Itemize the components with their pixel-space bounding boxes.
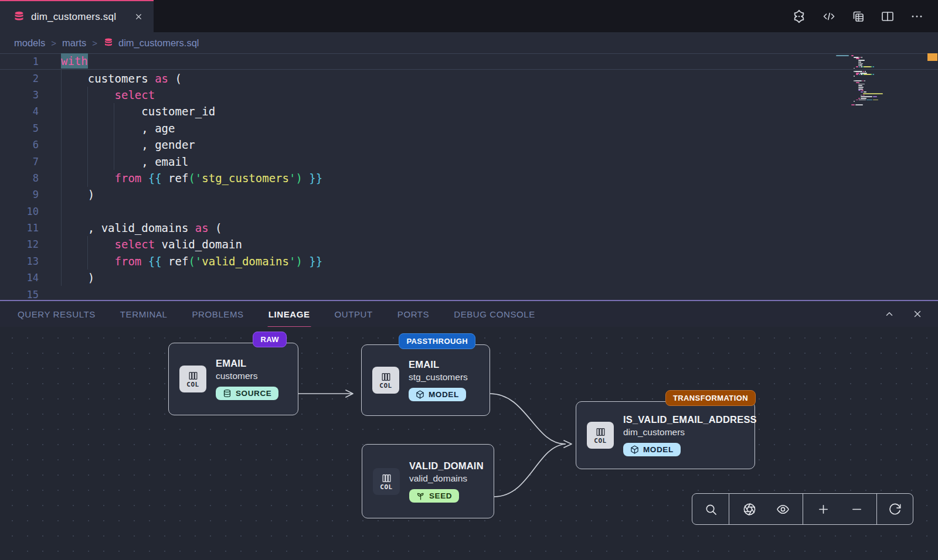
code-editor[interactable]: 1with2 customers as (3 select4 customer_… [0,53,938,300]
code-line-5: 5 , age [0,120,938,136]
minimap-line [836,55,849,56]
minimap-line [858,87,864,88]
minimap-line [859,100,866,101]
line-number: 12 [0,238,39,250]
minimap-line [861,91,863,93]
code-line-7: 7 , email [0,153,938,169]
minimap[interactable] [835,53,916,300]
minimap-line [871,66,872,67]
line-number: 5 [0,122,39,134]
code-line-4: 4 customer_id [0,103,938,119]
line-number: 10 [0,206,39,217]
seedling-icon [416,491,425,500]
minus-button[interactable] [843,494,870,524]
panel-maximize-icon[interactable] [884,309,895,319]
breadcrumb-separator: > [51,38,56,48]
code-line-1: 1with [0,53,938,70]
lineage-tag-transformation: TRANSFORMATION [665,390,756,406]
breadcrumb-item-file[interactable]: dim_customers.sql [103,37,199,49]
database-icon [223,389,232,398]
more-icon[interactable] [910,9,924,23]
minimap-line [851,104,855,105]
dbt-logo-icon[interactable] [791,9,807,24]
node-model-name: stg_customers [409,372,468,383]
column-type-icon: COL [587,422,614,449]
minimap-line [854,57,859,58]
aperture-button[interactable] [736,494,763,524]
line-number: 9 [0,189,39,200]
minimap-line [862,95,865,96]
node-model-name: customers [216,371,278,381]
minimap-line [858,90,861,91]
line-number: 1 [0,56,39,67]
node-column-name: IS_VALID_EMAIL_ADDRESS [623,414,757,425]
minimap-line [856,82,859,83]
minimap-line [855,104,863,105]
plus-button[interactable] [810,494,837,524]
minimap-line [859,62,861,63]
minimap-line [873,66,874,67]
code-icon[interactable] [822,9,836,23]
breadcrumb-item-marts[interactable]: marts [62,37,86,49]
breadcrumb-item-models[interactable]: models [14,37,45,49]
minimap-line [873,100,878,101]
cube-icon [416,390,424,399]
minimap-line [859,63,863,64]
line-number: 8 [0,172,39,184]
minimap-line [864,80,865,81]
line-number: 3 [0,89,39,101]
code-line-10: 10 [0,203,938,220]
lineage-node-stg_customers[interactable]: PASSTHROUGHCOLEMAILstg_customersMODEL [361,344,490,416]
code-line-12: 12 select valid_domain [0,236,938,252]
panel-tab-terminal[interactable]: TERMINAL [120,301,168,327]
minimap-line [856,73,859,74]
database-icon [13,11,25,23]
panel-tab-output[interactable]: OUTPUT [335,301,373,327]
minimap-line [854,76,855,77]
lineage-node-customers[interactable]: RAWCOLEMAILcustomersSOURCE [168,343,298,415]
node-model-name: dim_customers [623,427,757,438]
panel-tab-query-results[interactable]: QUERY RESULTS [18,301,96,327]
panel-tabs: QUERY RESULTSTERMINALPROBLEMSLINEAGEOUTP… [18,301,535,327]
minimap-line [863,93,883,94]
lineage-canvas[interactable]: RAWCOLEMAILcustomersSOURCEPASSTHROUGHCOL… [0,327,938,560]
code-line-9: 9 ) [0,186,938,203]
minimap-line [855,80,862,81]
node-column-name: EMAIL [409,359,468,370]
resource-badge-model: MODEL [409,388,466,401]
node-column-name: EMAIL [216,358,278,369]
minimap-line [873,96,877,97]
lineage-node-dim_customers[interactable]: TRANSFORMATIONCOLIS_VALID_EMAIL_ADDRESSd… [576,401,755,469]
close-tab-icon[interactable] [134,12,143,21]
editor-tab-dim-customers[interactable]: dim_customers.sql [0,0,154,32]
code-line-15: 15 [0,286,938,300]
copy-table-icon[interactable] [851,9,865,23]
search-button[interactable] [697,494,724,524]
panel-tab-debug-console[interactable]: DEBUG CONSOLE [454,301,535,327]
lineage-tag-passthrough: PASSTHROUGH [399,333,475,349]
column-type-icon: COL [372,367,399,394]
minimap-line [862,80,864,81]
node-column-name: VALID_DOMAIN [409,460,484,472]
eye-button[interactable] [769,494,796,524]
minimap-line [861,98,866,99]
minimap-line [863,71,864,72]
minimap-line [861,90,864,91]
panel-tab-problems[interactable]: PROBLEMS [192,301,244,327]
minimap-line [856,74,858,75]
minimap-line [858,85,862,86]
split-editor-icon[interactable] [881,9,895,23]
line-number: 2 [0,73,39,84]
lineage-node-valid_domains[interactable]: COLVALID_DOMAINvalid_domainsSEED [362,444,494,518]
panel-tab-ports[interactable]: PORTS [397,301,429,327]
tab-bar: dim_customers.sql [0,0,938,32]
minimap-line [861,95,862,96]
line-number: 7 [0,156,39,168]
minimap-line [856,100,858,101]
panel-tab-lineage[interactable]: LINEAGE [269,301,310,327]
minimap-line [864,74,871,75]
panel-close-icon[interactable] [912,309,923,319]
panel-header: QUERY RESULTSTERMINALPROBLEMSLINEAGEOUTP… [0,300,938,327]
refresh-button[interactable] [882,494,909,524]
minimap-line [861,96,872,97]
